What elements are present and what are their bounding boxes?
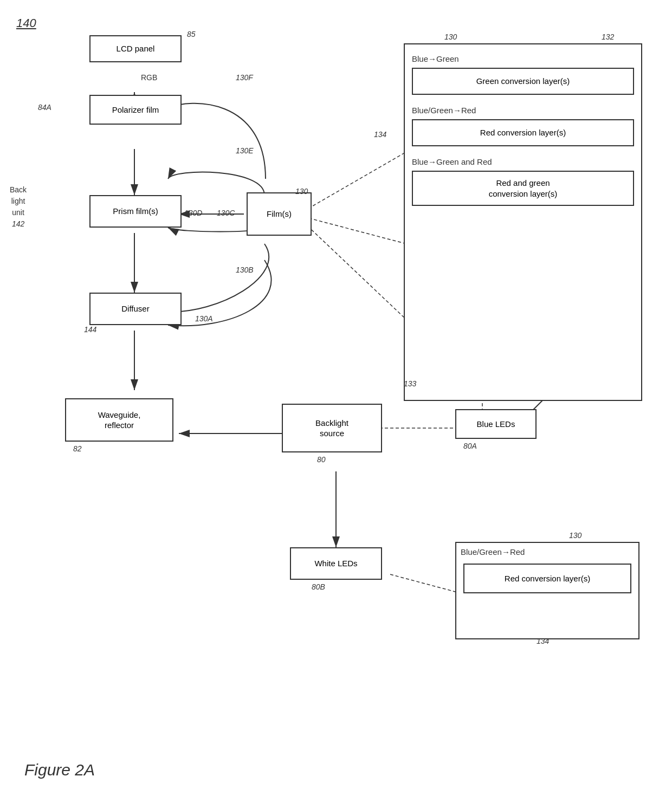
ref-80b: 80B — [312, 583, 325, 591]
white-leds-box: White LEDs — [290, 547, 382, 580]
backlight-source-box: Backlight source — [282, 404, 382, 452]
blue-leds-box: Blue LEDs — [455, 409, 537, 439]
ref-130-mid: 130 — [295, 187, 308, 196]
ref-130b: 130B — [236, 266, 254, 274]
ref-80a: 80A — [463, 442, 477, 450]
svg-line-10 — [303, 152, 406, 211]
section2-label: Blue/Green→Red — [412, 106, 476, 115]
ref-132: 132 — [602, 33, 614, 41]
lcd-panel-box: LCD panel — [89, 35, 182, 62]
bottom-section-label: Blue/Green→Red — [461, 547, 525, 556]
bottom-red-conversion-box: Red conversion layer(s) — [463, 564, 631, 593]
ref-80: 80 — [317, 455, 326, 464]
diffuser-box: Diffuser — [89, 293, 182, 325]
ref-134-top: 134 — [374, 130, 386, 139]
diagram-container: 140 LCD panel 85 RGB 130F Polarizer film… — [0, 0, 672, 809]
prism-film-box: Prism film(s) — [89, 195, 182, 228]
ref-144: 144 — [84, 325, 96, 334]
red-green-conversion-box: Red and green conversion layer(s) — [412, 171, 634, 206]
ref-130-right: 130 — [444, 33, 457, 41]
ref-82: 82 — [73, 444, 82, 453]
ref-130a: 130A — [195, 314, 213, 323]
rgb-label: RGB — [141, 73, 157, 82]
ref-84a: 84A — [38, 103, 51, 112]
film-box: Film(s) — [247, 192, 312, 236]
ref-130c: 130C — [217, 209, 235, 217]
svg-line-12 — [303, 222, 406, 320]
red-conversion-box: Red conversion layer(s) — [412, 119, 634, 146]
figure-label: Figure 2A — [24, 761, 95, 779]
section1-label: Blue→Green — [412, 54, 459, 63]
ref-130d: 130D — [184, 209, 202, 217]
section3-label: Blue→Green and Red — [412, 157, 492, 166]
ref-130e: 130E — [236, 146, 254, 155]
backlight-unit-label: Backlightunit 142 — [10, 184, 27, 230]
ref-134-bottom: 134 — [537, 637, 549, 645]
svg-line-11 — [303, 217, 406, 244]
green-conversion-box: Green conversion layer(s) — [412, 68, 634, 95]
diagram-number: 140 — [16, 16, 36, 30]
ref-133: 133 — [404, 379, 416, 388]
polarizer-film-box: Polarizer film — [89, 95, 182, 125]
ref-130-bottom: 130 — [569, 531, 581, 540]
right-group-outer — [404, 43, 642, 401]
waveguide-box: Waveguide, reflector — [65, 398, 173, 442]
ref-85: 85 — [187, 30, 196, 38]
ref-130f: 130F — [236, 73, 253, 82]
